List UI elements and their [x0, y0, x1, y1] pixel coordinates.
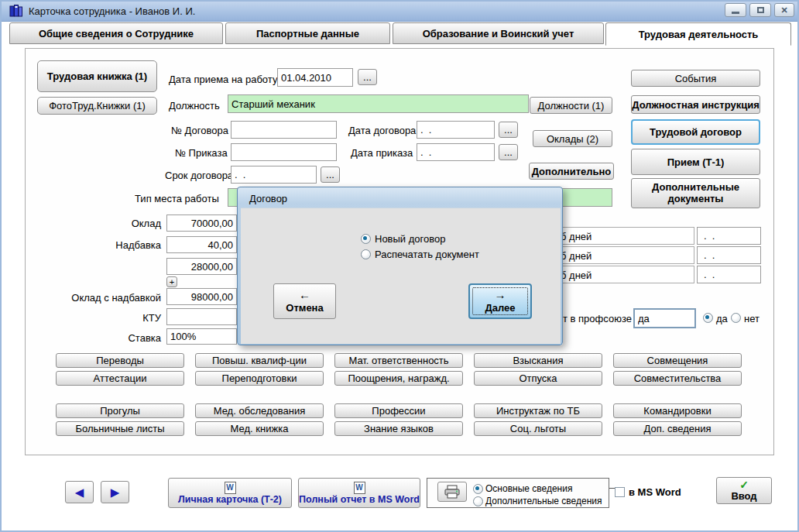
additional-info-button[interactable]: Доп. сведения	[613, 421, 742, 436]
print-document-label: Распечатать документ	[375, 249, 479, 260]
full-report-word-button[interactable]: W Полный отчет в MS Word	[298, 478, 420, 508]
labor-contract-label: Трудовой договор	[650, 126, 742, 138]
vacation-date-input[interactable]	[697, 266, 761, 283]
additional-documents-button[interactable]: Дополнительные документы	[631, 178, 760, 208]
rewards-button[interactable]: Поощрения, награжд.	[334, 371, 463, 386]
salary-input[interactable]	[166, 215, 237, 232]
medical-book-button[interactable]: Мед. книжка	[195, 421, 324, 436]
button-label: Совместительства	[634, 372, 722, 384]
check-icon: ✓	[739, 479, 749, 491]
retraining-button[interactable]: Переподготовки	[195, 371, 324, 386]
material-responsibility-button[interactable]: Мат. ответственность	[334, 353, 463, 368]
button-label: Мед. обследования	[214, 405, 306, 417]
ellipsis-icon: ...	[326, 169, 334, 180]
rate-input[interactable]	[166, 328, 237, 345]
contract-date-label: Дата договора	[348, 125, 416, 136]
events-button[interactable]: События	[631, 70, 760, 87]
next-button[interactable]: → Далее	[468, 283, 532, 319]
contract-date-input[interactable]	[417, 121, 495, 139]
absences-button[interactable]: Прогулы	[56, 403, 184, 418]
order-no-input[interactable]	[231, 143, 337, 161]
work-book-button[interactable]: Трудовая книжка (1)	[37, 60, 157, 92]
next-record-button[interactable]: ▶	[101, 481, 129, 503]
cancel-button[interactable]: ← Отмена	[273, 283, 336, 319]
add-allowance-button[interactable]: +	[166, 276, 177, 287]
union-yes-radio[interactable]	[703, 313, 713, 323]
secondary-jobs-button[interactable]: Совместительства	[613, 371, 742, 386]
personal-card-t2-button[interactable]: W Личная карточка (Т-2)	[168, 478, 292, 508]
attestations-button[interactable]: Аттестации	[56, 371, 184, 386]
hire-date-input[interactable]	[277, 68, 353, 87]
business-trips-button[interactable]: Командировки	[613, 403, 742, 418]
order-date-browse-button[interactable]: ...	[499, 144, 518, 160]
labor-contract-button[interactable]: Трудовой договор	[631, 119, 760, 145]
photo-work-book-label: ФотоТруд.Книжки (1)	[49, 100, 146, 112]
vacation-date-input[interactable]	[697, 246, 761, 264]
events-label: События	[675, 73, 717, 84]
contract-dialog[interactable]: Договор Новый договор Распечатать докуме…	[237, 187, 563, 345]
additional-label: Дополнительно	[532, 166, 612, 177]
allowance-amount-input[interactable]	[166, 258, 237, 275]
hire-date-browse-button[interactable]: ...	[358, 69, 377, 85]
safety-briefing-button[interactable]: Инструктаж по ТБ	[474, 403, 602, 418]
contract-term-browse-button[interactable]: ...	[321, 166, 340, 183]
qualification-upgrade-button[interactable]: Повыш. квалиф-ции	[195, 353, 324, 368]
professions-button[interactable]: Профессии	[334, 403, 463, 418]
print-additional-info-radio[interactable]	[473, 496, 483, 506]
ms-word-checkbox[interactable]	[615, 487, 625, 497]
titlebar[interactable]: Карточка сотрудника - Иванов И. И. ✕	[0, 0, 799, 22]
union-input[interactable]	[633, 308, 696, 328]
sick-leaves-button[interactable]: Больничные листы	[56, 421, 184, 436]
print-button[interactable]	[437, 482, 467, 502]
minimize-button[interactable]	[725, 3, 746, 17]
printer-icon	[444, 485, 461, 499]
tab-work-activity[interactable]: Трудовая деятельность	[605, 22, 791, 46]
social-benefits-button[interactable]: Соц. льготы	[474, 421, 602, 436]
positions-button[interactable]: Должности (1)	[530, 97, 612, 114]
new-contract-radio[interactable]	[361, 234, 371, 244]
window-title: Карточка сотрудника - Иванов И. И.	[29, 5, 195, 17]
contract-no-input[interactable]	[231, 121, 337, 139]
salaries-button[interactable]: Оклады (2)	[533, 130, 612, 147]
additional-documents-label: Дополнительные документы	[646, 182, 746, 205]
contract-date-browse-button[interactable]: ...	[499, 122, 518, 138]
allowance-percent-input[interactable]	[166, 236, 237, 253]
close-button[interactable]: ✕	[774, 3, 794, 17]
cancel-label: Отмена	[286, 302, 323, 314]
button-label: Командировки	[643, 405, 711, 417]
union-no-radio[interactable]	[731, 313, 741, 323]
tab-general-info[interactable]: Общие сведения о Сотруднике	[9, 22, 223, 44]
ktu-input[interactable]	[166, 308, 237, 325]
print-basic-info-radio[interactable]	[473, 484, 483, 494]
prev-record-button[interactable]: ◀	[65, 481, 94, 503]
photo-work-book-button[interactable]: ФотоТруд.Книжки (1)	[37, 97, 157, 115]
languages-button[interactable]: Знание языков	[334, 421, 463, 436]
union-label: т в профсоюзе	[563, 313, 632, 324]
tab-passport-data[interactable]: Паспортные данные	[225, 22, 390, 44]
tab-education-military[interactable]: Образование и Воинский учет	[393, 22, 604, 44]
ms-word-checkbox-label: в MS Word	[629, 486, 681, 498]
button-label: Переводы	[96, 355, 144, 366]
combinations-button[interactable]: Совмещения	[613, 353, 742, 368]
print-document-radio[interactable]	[361, 249, 371, 259]
work-book-label: Трудовая книжка (1)	[47, 70, 147, 82]
order-date-label: Дата приказа	[351, 147, 413, 159]
additional-button[interactable]: Дополнительно	[529, 163, 614, 180]
enter-button[interactable]: ✓ Ввод	[716, 477, 772, 504]
medical-examinations-button[interactable]: Мед. обследования	[195, 403, 324, 418]
button-label: Мат. ответственность	[348, 355, 448, 366]
contract-term-input[interactable]	[231, 166, 317, 184]
job-description-button[interactable]: Должностная инструкция	[631, 95, 760, 114]
salary-label: Оклад	[46, 218, 161, 229]
vacation-date-input[interactable]	[697, 227, 761, 245]
transfers-button[interactable]: Переводы	[56, 353, 184, 368]
vacation-row-text: б дней	[561, 231, 592, 242]
salary-total-input[interactable]	[166, 288, 237, 305]
position-input[interactable]	[228, 94, 529, 113]
hiring-t1-button[interactable]: Прием (Т-1)	[631, 149, 760, 175]
button-label: Прогулы	[100, 405, 140, 417]
vacations-button[interactable]: Отпуска	[474, 371, 602, 386]
order-date-input[interactable]	[417, 143, 495, 161]
maximize-button[interactable]	[749, 3, 771, 17]
penalties-button[interactable]: Взыскания	[474, 353, 602, 368]
